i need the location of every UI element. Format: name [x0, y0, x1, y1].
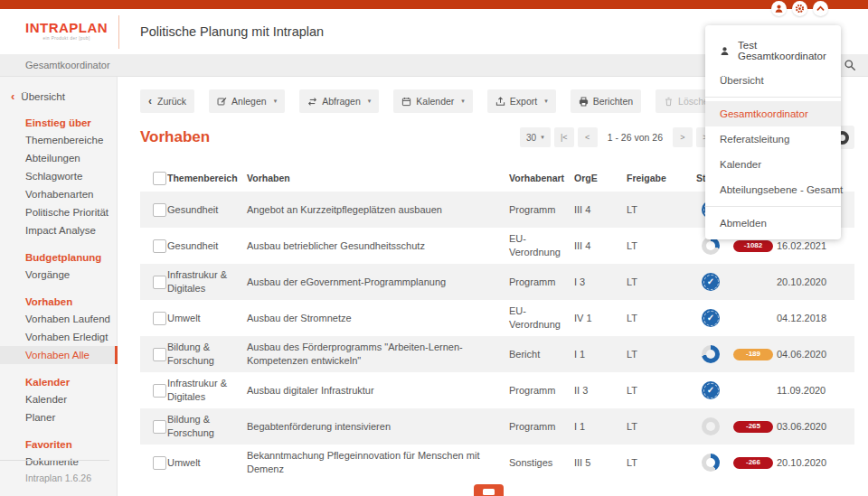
breadcrumb: Gesamtkoordinator: [25, 60, 110, 70]
cell-themenbereich: Umwelt: [167, 312, 247, 325]
cell-status: [692, 345, 730, 363]
cell-orge: III 4: [574, 203, 627, 217]
sidebar-item-themenbereiche[interactable]: Themenbereiche: [0, 131, 117, 149]
sidebar-item-politische-priorit-t[interactable]: Politische Priorität: [0, 203, 117, 221]
sidebar-item-vorhaben-laufend[interactable]: Vorhaben Laufend: [0, 310, 117, 328]
menu-item-gesamtkoordinator[interactable]: Gesamtkoordinator: [705, 101, 841, 126]
cell-vorhaben: Ausbau der eGovernment-Programmplanung: [247, 276, 509, 289]
table-row[interactable]: Infrastrukur & DigitalesAusbau der eGove…: [140, 264, 854, 300]
menu-item--bersicht[interactable]: Übersicht: [705, 68, 841, 93]
cell-themenbereich: Bildung & Forschung: [167, 413, 247, 440]
row-checkbox[interactable]: [153, 384, 166, 398]
column-header-themenbereich[interactable]: Themenbereich: [167, 172, 247, 184]
sidebar-item-impact-analyse[interactable]: Impact Analyse: [0, 221, 117, 239]
floating-action-button[interactable]: [474, 484, 504, 496]
menu-divider: [705, 97, 841, 98]
cell-themenbereich: Infrastrukur & Digitales: [167, 377, 247, 404]
row-checkbox[interactable]: [153, 348, 166, 361]
cell-status: ✓: [692, 273, 730, 291]
user-icon: [720, 46, 730, 56]
table-row[interactable]: UmweltBekanntmachung Pflegeinnovation fü…: [140, 445, 854, 481]
sidebar-item-vorhaben-erledigt[interactable]: Vorhaben Erledigt: [0, 328, 117, 346]
row-checkbox[interactable]: [153, 239, 166, 253]
sidebar-item-kalender[interactable]: Kalender: [0, 390, 117, 408]
row-checkbox[interactable]: [153, 312, 166, 325]
caret-down-icon: ▾: [461, 98, 465, 105]
cell-geaendert: 20.10.2020: [777, 456, 854, 470]
berichten-button[interactable]: Berichten: [571, 89, 641, 113]
cell-geaendert: 04.06.2020: [777, 348, 854, 361]
cell-orge: III 4: [574, 239, 627, 253]
cell-status: ✓: [692, 309, 730, 327]
logo-tagline: ein Produkt der [pub]: [25, 36, 108, 41]
cell-freigabe: LT: [627, 239, 692, 253]
cell-freigabe: LT: [627, 456, 692, 470]
cell-themenbereich: Umwelt: [167, 456, 247, 470]
export-button[interactable]: Export▾: [487, 89, 556, 113]
column-header-vorhaben[interactable]: Vorhaben: [247, 172, 509, 184]
menu-item-abmelden[interactable]: Abmelden: [705, 211, 841, 236]
due-badge: -265: [733, 421, 773, 433]
menu-item-abteilungsebene-gesamt[interactable]: Abteilungsebene - Gesamt: [705, 177, 841, 202]
fab-icon: [483, 489, 495, 495]
column-header-orge[interactable]: OrgE: [574, 172, 627, 184]
table-row[interactable]: Bildung & ForschungBegabtenförderung int…: [140, 408, 854, 445]
cell-vorhabenart: Bericht: [509, 348, 574, 361]
row-checkbox[interactable]: [153, 420, 166, 434]
sidebar-item-vorhaben-alle[interactable]: Vorhaben Alle: [0, 346, 117, 364]
printer-icon: [579, 97, 589, 107]
cell-vorhabenart: Programm: [509, 203, 574, 217]
column-header-freigabe[interactable]: Freigabe: [627, 172, 692, 184]
caret-down-icon: ▾: [544, 98, 548, 105]
table-row[interactable]: UmweltAusbau der StromnetzeEU-Verordnung…: [140, 300, 854, 336]
chevron-left-icon: ‹: [11, 89, 14, 103]
column-header-vorhabenart[interactable]: Vorhabenart: [509, 172, 574, 184]
pagination-next-button[interactable]: >: [673, 127, 693, 147]
sidebar-item-vorhabenarten[interactable]: Vorhabenarten: [0, 185, 117, 203]
sidebar-item-vorg-nge[interactable]: Vorgänge: [0, 266, 117, 284]
edit-icon: [217, 97, 227, 107]
cell-vorhabenart: Programm: [509, 384, 574, 398]
pagination-prev-button[interactable]: <: [578, 127, 598, 147]
sidebar: ‹Übersicht Einstieg überThemenbereicheAb…: [0, 77, 118, 496]
table-row[interactable]: Bildung & ForschungAusbau des Förderprog…: [140, 336, 854, 372]
page-size-select[interactable]: 30▾: [520, 127, 551, 147]
sidebar-item-planer[interactable]: Planer: [0, 408, 117, 426]
cell-orge: I 1: [574, 348, 627, 361]
cell-freigabe: LT: [627, 276, 692, 289]
query-icon: [307, 97, 317, 107]
sidebar-item-abteilungen[interactable]: Abteilungen: [0, 149, 117, 167]
status-done-icon: ✓: [702, 309, 720, 327]
kalender-button[interactable]: Kalender▾: [393, 89, 473, 113]
cell-geaendert: 16.02.2021: [777, 239, 854, 253]
row-checkbox[interactable]: [153, 276, 166, 289]
cell-status: [692, 454, 730, 472]
row-checkbox[interactable]: [153, 203, 166, 217]
cell-vorhaben: Bekanntmachung Pflegeinnovation für Mens…: [247, 449, 509, 476]
app-version: Intraplan 1.6.26: [0, 460, 109, 483]
row-checkbox[interactable]: [153, 456, 166, 470]
cell-orge: I 3: [574, 276, 627, 289]
cell-vorhaben: Ausbau digitaler Infrastruktur: [247, 384, 509, 398]
chevron-up-icon[interactable]: [813, 1, 828, 16]
sidebar-item-schlagworte[interactable]: Schlagworte: [0, 167, 117, 185]
abfragen-button[interactable]: Abfragen▾: [299, 89, 379, 113]
user-icon[interactable]: [771, 1, 787, 16]
cell-freigabe: LT: [627, 420, 692, 434]
search-icon[interactable]: [844, 59, 856, 71]
pagination-first-button[interactable]: |<: [554, 127, 574, 147]
cell-faellig: -265: [730, 421, 777, 433]
menu-item-referatsleitung[interactable]: Referatsleitung: [705, 126, 841, 152]
sidebar-back-uebersicht[interactable]: ‹Übersicht: [0, 77, 117, 105]
menu-item-kalender[interactable]: Kalender: [705, 152, 841, 177]
table-row[interactable]: Infrastrukur & DigitalesAusbau digitaler…: [140, 372, 854, 408]
anlegen-button[interactable]: Anlegen▾: [209, 89, 285, 113]
cell-vorhabenart: Programm: [509, 420, 574, 434]
select-all-checkbox[interactable]: [153, 172, 166, 185]
app-logo: INTRAPLAN ein Produkt der [pub]: [25, 20, 108, 41]
gear-icon[interactable]: [792, 1, 807, 16]
cell-orge: IV 1: [574, 312, 627, 325]
button-label: Zurück: [157, 96, 186, 107]
cell-themenbereich: Gesundheit: [167, 239, 247, 253]
zur-ck-button[interactable]: ‹Zurück: [140, 89, 194, 113]
